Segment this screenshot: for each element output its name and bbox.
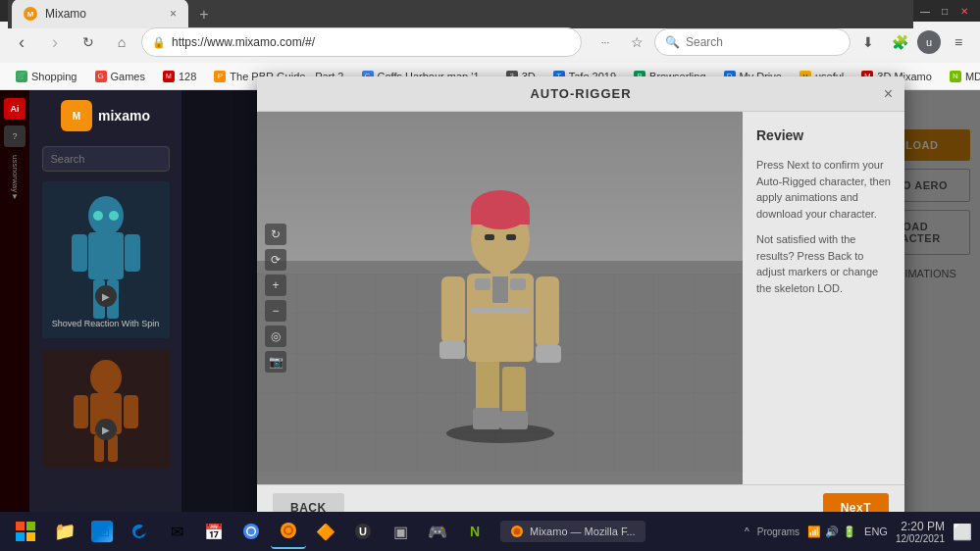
back-button[interactable]: ‹ (8, 28, 35, 56)
taskbar-blender[interactable]: 🔶 (308, 514, 343, 549)
sidebar-character-2[interactable]: ▶ (42, 350, 170, 468)
taskbar-app5[interactable]: ▣ (383, 514, 418, 549)
character-figure (422, 161, 579, 445)
start-button[interactable] (8, 514, 43, 549)
svg-rect-13 (124, 395, 138, 428)
svg-rect-34 (485, 234, 494, 240)
language-indicator[interactable]: ENG (864, 526, 888, 537)
sidebar-search-input[interactable] (42, 146, 170, 172)
network-icon[interactable]: 📶 (807, 526, 821, 538)
profile-button[interactable]: u (917, 30, 941, 54)
sidebar: M mixamo ▶ Shoved Reaction With Spin (29, 90, 181, 516)
char-red-figure (42, 350, 170, 468)
date-display: 12/02/2021 (896, 533, 945, 544)
bookmark-shopping[interactable]: 🛒 Shopping (8, 68, 85, 85)
window-controls: — □ ✕ (917, 3, 972, 19)
taskbar-chromium[interactable] (233, 514, 269, 549)
svg-rect-24 (471, 308, 530, 314)
home-button[interactable]: ⌂ (108, 28, 135, 56)
3d-viewport[interactable]: ↻ ⟳ + − ◎ 📷 (257, 112, 743, 484)
svg-rect-4 (125, 234, 140, 272)
camera-button[interactable]: 📷 (265, 351, 286, 373)
edge-icon (130, 523, 148, 540)
taskbar: 📁 🛍 ✉ 📅 (0, 512, 980, 551)
taskbar-calendar[interactable]: 📅 (196, 514, 232, 549)
zoom-out-button[interactable]: − (265, 300, 286, 322)
modal-close-button[interactable]: × (884, 85, 893, 103)
minimize-button[interactable]: — (917, 3, 933, 19)
extensions-button[interactable]: ··· (592, 28, 619, 56)
unreal-icon: U (354, 523, 372, 540)
svg-rect-40 (26, 522, 35, 530)
main-viewport: DOWNLOAD SEND TO AERO UPLOAD CHARACTER 🔍… (181, 90, 980, 516)
adobe-help-button[interactable]: ? (4, 125, 26, 147)
active-window-label[interactable]: Mixamo — Mozilla F... (500, 521, 645, 542)
bookmark-mdl-icon: N (950, 71, 961, 82)
download-button[interactable]: ⬇ (854, 28, 882, 56)
taskbar-edge[interactable] (122, 514, 157, 549)
svg-rect-22 (500, 411, 528, 429)
taskbar-app7[interactable]: N (457, 514, 492, 549)
refresh-button[interactable]: ↻ (75, 28, 102, 56)
bookmark-games[interactable]: G Games (87, 68, 153, 85)
svg-point-48 (285, 527, 291, 533)
battery-icon[interactable]: 🔋 (843, 526, 856, 538)
taskbar-mail[interactable]: ✉ (159, 514, 194, 549)
taskbar-clock[interactable]: 2:20 PM 12/02/2021 (896, 520, 945, 544)
svg-point-8 (109, 211, 119, 221)
address-bar[interactable]: 🔒 https://www.mixamo.com/#/ (141, 27, 582, 57)
modal-title: AUTO-RIGGER (530, 86, 631, 101)
page-content: Ai ? ussnorway▼ M mixamo (0, 90, 980, 516)
review-panel: Review Press Next to confirm your Auto-R… (743, 112, 904, 484)
show-desktop-button[interactable]: ⬜ (953, 523, 972, 541)
adobe-panel: Ai ? ussnorway▼ (0, 90, 29, 516)
bookmark-mdl[interactable]: N MDL SDK | NVIDIA Dev... (942, 68, 980, 85)
svg-rect-28 (439, 341, 465, 359)
adobe-icon[interactable]: Ai (4, 98, 26, 120)
taskbar-file-explorer[interactable]: 📁 (47, 514, 82, 549)
bookmark-128[interactable]: M 128 (155, 68, 204, 85)
taskbar-app6[interactable]: 🎮 (420, 514, 455, 549)
svg-rect-21 (473, 408, 500, 429)
search-input[interactable] (686, 35, 833, 49)
menu-button[interactable]: ≡ (945, 28, 972, 56)
svg-point-36 (492, 280, 508, 296)
svg-rect-3 (72, 234, 87, 272)
review-text-1: Press Next to confirm your Auto-Rigged c… (756, 157, 891, 222)
tab-close-button[interactable]: × (170, 7, 177, 21)
sys-tray-icons: 📶 🔊 🔋 (807, 526, 856, 538)
browser-tab[interactable]: M Mixamo × (12, 0, 188, 28)
svg-rect-29 (536, 345, 561, 363)
sidebar-character-1[interactable]: ▶ Shoved Reaction With Spin (42, 181, 170, 338)
svg-point-7 (93, 211, 103, 221)
taskbar-unreal[interactable]: U (345, 514, 381, 549)
active-window-text: Mixamo — Mozilla F... (530, 526, 636, 537)
taskbar-apps: 📁 🛍 ✉ 📅 (47, 514, 492, 549)
maximize-button[interactable]: □ (937, 3, 953, 19)
rotate-view-button[interactable]: ↻ (265, 224, 286, 245)
extensions-mgr-button[interactable]: 🧩 (886, 28, 913, 56)
focus-button[interactable]: ◎ (265, 326, 286, 347)
bookmark-pbr-icon: P (214, 71, 226, 82)
chrome-icon (242, 523, 260, 540)
lock-icon: 🔒 (152, 36, 166, 49)
svg-rect-20 (502, 367, 526, 416)
char2-play-icon[interactable]: ▶ (95, 419, 117, 440)
time-display: 2:20 PM (896, 520, 945, 533)
forward-button[interactable]: › (41, 28, 69, 56)
new-tab-button[interactable]: + (190, 1, 218, 28)
firefox-icon (280, 522, 297, 539)
bookmark-star-button[interactable]: ☆ (623, 28, 650, 56)
hidden-apps-button[interactable]: ^ (745, 526, 749, 537)
char1-play-icon[interactable]: ▶ (95, 285, 117, 307)
taskbar-firefox[interactable] (271, 514, 306, 549)
search-box[interactable]: 🔍 (654, 28, 851, 56)
zoom-in-button[interactable]: + (265, 275, 286, 296)
close-window-button[interactable]: ✕ (956, 3, 972, 19)
reset-view-button[interactable]: ⟳ (265, 249, 286, 271)
volume-icon[interactable]: 🔊 (825, 526, 839, 538)
tab-favicon: M (24, 7, 37, 21)
taskbar-store[interactable]: 🛍 (84, 514, 120, 549)
bookmark-128-icon: M (163, 71, 175, 82)
3d-character (422, 161, 579, 435)
